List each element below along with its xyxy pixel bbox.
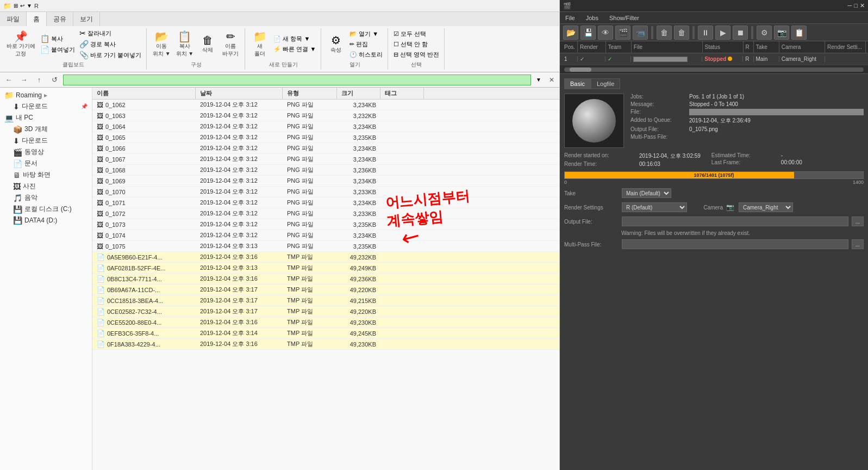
col-r-header[interactable]: R — [744, 41, 754, 53]
tab-file[interactable]: 파일 — [0, 12, 27, 26]
render-settings-select[interactable]: R (Default) — [622, 202, 687, 212]
sidebar-item-videos[interactable]: 🎬 동영상 — [0, 146, 92, 158]
take-select[interactable]: Main (Default) — [622, 188, 671, 198]
render-save-btn[interactable]: 💾 — [580, 26, 596, 40]
file-row[interactable]: 🖼 0_1073 2019-12-04 오후 3:12 PNG 파일 3,235… — [92, 219, 559, 230]
address-dropdown[interactable]: ▼ — [533, 75, 544, 85]
file-row[interactable]: 🖼 0_1063 2019-12-04 오후 3:12 PNG 파일 3,232… — [92, 110, 559, 121]
multipass-browse-btn[interactable]: ... — [852, 239, 864, 249]
col-take-header[interactable]: Take — [754, 41, 779, 53]
file-row[interactable]: 🖼 0_1070 2019-12-04 오후 3:12 PNG 파일 3,233… — [92, 187, 559, 197]
file-row[interactable]: 🖼 0_1066 2019-12-04 오후 3:12 PNG 파일 3,234… — [92, 143, 559, 154]
col-pos-header[interactable]: Pos. — [562, 41, 578, 53]
render-clear-btn[interactable]: 🗑 — [674, 26, 689, 40]
sidebar-item-desktop[interactable]: 🖥 바탕 화면 — [0, 169, 92, 181]
paste-btn[interactable]: 📄 붙여넣기 — [39, 45, 77, 54]
output-browse-btn[interactable]: ... — [852, 217, 864, 226]
up-nav-btn[interactable]: ↑ — [33, 74, 46, 86]
render-log-btn[interactable]: 📋 — [791, 26, 807, 40]
sidebar-item-mypc[interactable]: 💻 내 PC — [0, 112, 92, 123]
file-row[interactable]: 📄 0B69A67A-11CD-... 2019-12-04 오후 3:17 T… — [92, 285, 559, 295]
render-settings-btn[interactable]: ⚙ — [757, 26, 772, 40]
sidebar-item-downloads1[interactable]: ⬇ 다운로드 📌 — [0, 101, 92, 112]
copy-btn[interactable]: 📋 복사 — [39, 34, 77, 44]
new-folder-btn[interactable]: 📁 새폴더 — [249, 30, 271, 59]
file-row[interactable]: 🖼 0_1071 2019-12-04 오후 3:12 PNG 파일 3,234… — [92, 197, 559, 208]
render-video2-btn[interactable]: 📹 — [633, 26, 648, 40]
file-row[interactable]: 🖼 0_1065 2019-12-04 오후 3:12 PNG 파일 3,235… — [92, 132, 559, 143]
address-input[interactable] — [63, 75, 531, 85]
sidebar-item-roaming[interactable]: 📁 Roaming ▶ — [0, 90, 92, 101]
tab-basic[interactable]: Basic — [564, 78, 591, 89]
forward-nav-btn[interactable]: → — [17, 74, 30, 86]
multipass-input[interactable] — [622, 239, 848, 249]
col-type-header[interactable]: 유형 — [283, 88, 337, 99]
render-queue-btn[interactable]: ⏸ — [698, 26, 713, 40]
refresh-nav-btn[interactable]: ↺ — [48, 74, 61, 86]
render-stop-btn[interactable]: ⏹ — [733, 26, 748, 40]
file-row[interactable]: 🖼 0_1069 2019-12-04 오후 3:12 PNG 파일 3,234… — [92, 176, 559, 187]
col-camera-header[interactable]: Camera — [779, 41, 825, 53]
select-all-btn[interactable]: ☑ 모두 선택 — [392, 29, 441, 39]
menu-jobs[interactable]: Jobs — [583, 14, 602, 22]
sidebar-item-local-c[interactable]: 💾 로컬 디스크 (C:) — [0, 203, 92, 215]
cut-btn[interactable]: ✂ 잘라내기 — [78, 28, 143, 38]
back-button[interactable]: 📌 바로 가기에고정 — [4, 30, 38, 59]
file-row[interactable]: 📄 0AF0281B-52FF-4E... 2019-12-04 오후 3:13… — [92, 263, 559, 274]
new-item-btn[interactable]: 📄 새 항목 ▼ — [272, 34, 317, 44]
file-row[interactable]: 📄 0CC18518-3BEA-4... 2019-12-04 오후 3:17 … — [92, 295, 559, 306]
open-btn[interactable]: 📂 열기 ▼ — [348, 29, 384, 39]
scroll-thumb[interactable] — [570, 67, 591, 72]
sidebar-item-pictures[interactable]: 🖼 사진 — [0, 181, 92, 192]
output-input[interactable] — [622, 217, 848, 226]
file-row[interactable]: 📄 0CE02582-7C32-4... 2019-12-04 오후 3:17 … — [92, 306, 559, 317]
invert-select-btn[interactable]: ⊟ 선택 영역 반전 — [392, 50, 441, 59]
render-video-btn[interactable]: 🎬 — [615, 26, 630, 40]
render-row-1[interactable]: 1 ✓ ✓ Stopped R Main Camera_Right — [560, 53, 868, 65]
copy-to-btn[interactable]: 📋 복사위치 ▼ — [174, 30, 196, 59]
col-size-header[interactable]: 크기 — [337, 88, 380, 99]
file-row[interactable]: 📄 0EFB3C6-35F8-4... 2019-12-04 오후 3:14 T… — [92, 328, 559, 339]
col-status-header[interactable]: Status — [703, 41, 744, 53]
render-queue2-btn[interactable]: ▶ — [715, 26, 730, 40]
minimize-icon[interactable]: ─ — [848, 2, 852, 9]
tab-home[interactable]: 홈 — [27, 12, 47, 26]
file-row[interactable]: 🖼 0_1068 2019-12-04 오후 3:12 PNG 파일 3,236… — [92, 165, 559, 176]
col-name-header[interactable]: 이름 — [92, 88, 196, 99]
sidebar-item-music[interactable]: 🎵 음악 — [0, 192, 92, 203]
file-row[interactable]: 📄 0F18A383-4229-4... 2019-12-04 오후 3:16 … — [92, 339, 559, 350]
render-preview-btn[interactable]: 👁 — [598, 26, 613, 40]
render-open-btn[interactable]: 📂 — [563, 26, 578, 40]
col-file-header[interactable]: File — [632, 41, 703, 53]
tab-share[interactable]: 공유 — [47, 12, 73, 26]
rename-btn[interactable]: ✏ 이름바꾸기 — [220, 30, 241, 59]
delete-btn[interactable]: 🗑 삭제 — [197, 34, 218, 55]
file-row[interactable]: 🖼 0_1064 2019-12-04 오후 3:12 PNG 파일 3,234… — [92, 121, 559, 132]
file-row[interactable]: 🖼 0_1062 2019-12-04 오후 3:12 PNG 파일 3,234… — [92, 100, 559, 110]
quick-access-btn[interactable]: ⚡ 빠른 연결 ▼ — [272, 45, 317, 54]
tab-view[interactable]: 보기 — [73, 12, 100, 26]
camera-select[interactable]: Camera_Right — [739, 202, 793, 212]
paste-shortcut-btn[interactable]: 📎 바로 가기 붙여넣기 — [78, 50, 143, 60]
properties-btn[interactable]: ⚙ 속성 — [325, 34, 347, 55]
menu-show-filter[interactable]: Show/Filter — [606, 14, 642, 22]
sidebar-item-data4-d[interactable]: 💾 DATA4 (D:) — [0, 215, 92, 226]
file-row[interactable]: 🖼 0_1072 2019-12-04 오후 3:12 PNG 파일 3,233… — [92, 208, 559, 219]
col-team-header[interactable]: Team — [606, 41, 632, 53]
tab-logfile[interactable]: Logfile — [591, 78, 620, 89]
render-scroll-area[interactable] — [560, 65, 868, 74]
col-date-header[interactable]: 날짜 — [196, 88, 283, 99]
sidebar-item-downloads2[interactable]: ⬇ 다운로드 — [0, 135, 92, 146]
file-row[interactable]: 📄 0CE55200-88E0-4... 2019-12-04 오후 3:16 … — [92, 317, 559, 328]
move-btn[interactable]: 📂 이동위치 ▼ — [151, 30, 173, 59]
maximize-icon[interactable]: □ — [854, 2, 858, 9]
menu-file[interactable]: File — [562, 14, 578, 22]
file-row[interactable]: 🖼 0_1067 2019-12-04 오후 3:12 PNG 파일 3,234… — [92, 154, 559, 165]
sidebar-item-documents[interactable]: 📄 문서 — [0, 158, 92, 169]
back-nav-btn[interactable]: ← — [2, 74, 15, 86]
address-close-btn[interactable]: ✕ — [546, 75, 557, 85]
edit-btn[interactable]: ✏ 편집 — [348, 40, 384, 49]
select-none-btn[interactable]: ☐ 선택 안 함 — [392, 40, 441, 49]
render-delete-btn[interactable]: 🗑 — [657, 26, 672, 40]
file-row[interactable]: 🖼 0_1075 2019-12-04 오후 3:13 PNG 파일 3,235… — [92, 241, 559, 252]
